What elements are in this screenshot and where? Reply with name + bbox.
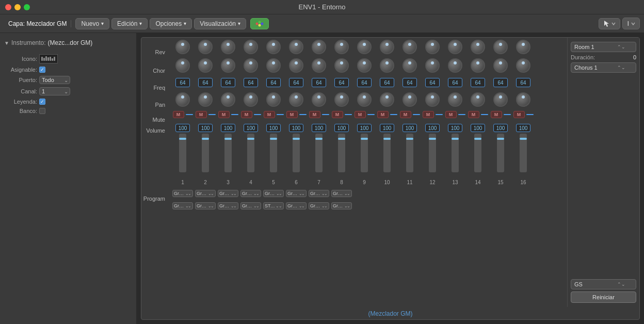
opciones-menu[interactable]: Opciones (150, 18, 192, 29)
knob[interactable] (357, 92, 372, 107)
knob[interactable] (425, 92, 440, 107)
mute-button[interactable]: M (264, 111, 275, 118)
mute-button[interactable]: M (400, 111, 411, 118)
mute-button[interactable]: M (423, 111, 434, 118)
mute-button[interactable]: M (241, 111, 252, 118)
program-select[interactable]: STA...⌄ (263, 202, 284, 209)
fader-track[interactable] (224, 134, 232, 172)
freq-display[interactable]: 64 (312, 78, 326, 87)
knob[interactable] (493, 40, 508, 54)
fader-handle[interactable] (338, 138, 345, 140)
mute-button[interactable]: M (332, 111, 343, 118)
color-tool-button[interactable] (250, 18, 269, 29)
fader-handle[interactable] (224, 138, 232, 140)
knob[interactable] (380, 92, 394, 107)
program-select[interactable]: Gran...⌄ (286, 202, 307, 209)
leyenda-checkbox[interactable]: ✓ (39, 99, 45, 105)
knob[interactable] (471, 58, 485, 73)
knob[interactable] (334, 92, 349, 107)
freq-display[interactable]: 64 (334, 78, 349, 87)
mute-button[interactable]: M (513, 111, 525, 118)
program-select[interactable]: Gran...⌄ (195, 190, 216, 197)
knob[interactable] (175, 92, 190, 107)
fader-track[interactable] (338, 134, 345, 172)
knob[interactable] (175, 40, 190, 54)
mute-button[interactable]: M (377, 111, 389, 118)
mute-button[interactable]: M (173, 111, 184, 118)
asignable-checkbox[interactable]: ✓ (39, 67, 45, 73)
freq-display[interactable]: 64 (403, 78, 417, 87)
fader-track[interactable] (429, 134, 436, 172)
program-select[interactable]: Gran...⌄ (240, 190, 261, 197)
edicion-menu[interactable]: Edición (111, 18, 148, 29)
fader-handle[interactable] (202, 138, 209, 140)
program-select[interactable]: Gran...⌄ (309, 202, 329, 209)
fader-track[interactable] (497, 134, 504, 172)
knob[interactable] (312, 92, 326, 107)
icon-preview[interactable] (39, 54, 58, 63)
freq-display[interactable]: 64 (357, 78, 372, 87)
knob[interactable] (334, 58, 349, 73)
program-select[interactable]: Gran...⌄ (286, 190, 307, 197)
knob[interactable] (198, 40, 213, 54)
knob[interactable] (289, 40, 303, 54)
knob[interactable] (266, 40, 281, 54)
fader-handle[interactable] (270, 138, 277, 140)
close-button[interactable] (5, 4, 11, 10)
knob[interactable] (312, 40, 326, 54)
fader-track[interactable] (383, 134, 391, 172)
knob[interactable] (403, 92, 417, 107)
knob[interactable] (289, 58, 303, 73)
knob[interactable] (380, 58, 394, 73)
fader-handle[interactable] (474, 138, 481, 140)
fader-handle[interactable] (293, 138, 300, 140)
knob[interactable] (266, 58, 281, 73)
banco-checkbox[interactable] (39, 108, 45, 114)
mute-button[interactable]: M (468, 111, 479, 118)
freq-display[interactable]: 64 (289, 78, 303, 87)
fader-track[interactable] (315, 134, 323, 172)
mute-button[interactable]: M (218, 111, 230, 118)
fader-track[interactable] (293, 134, 300, 172)
freq-display[interactable]: 64 (198, 78, 213, 87)
fader-track[interactable] (247, 134, 254, 172)
knob[interactable] (403, 58, 417, 73)
freq-display[interactable]: 64 (425, 78, 440, 87)
fader-track[interactable] (179, 134, 186, 172)
knob[interactable] (516, 58, 530, 73)
mute-button[interactable]: M (309, 111, 320, 118)
knob[interactable] (198, 58, 213, 73)
fader-track[interactable] (520, 134, 527, 172)
knob[interactable] (493, 58, 508, 73)
knob[interactable] (175, 58, 190, 73)
pointer-tool[interactable] (599, 18, 620, 29)
fader-track[interactable] (202, 134, 209, 172)
program-select[interactable]: Gran...⌄ (195, 202, 216, 209)
knob[interactable] (448, 92, 462, 107)
fader-handle[interactable] (361, 138, 368, 140)
fader-track[interactable] (452, 134, 459, 172)
fader-handle[interactable] (452, 138, 459, 140)
knob[interactable] (403, 40, 417, 54)
knob[interactable] (266, 92, 281, 107)
freq-display[interactable]: 64 (266, 78, 281, 87)
knob[interactable] (244, 92, 258, 107)
knob[interactable] (516, 92, 530, 107)
knob[interactable] (516, 40, 530, 54)
maximize-button[interactable] (24, 4, 30, 10)
program-select[interactable]: Gran...⌄ (218, 190, 238, 197)
knob[interactable] (425, 58, 440, 73)
knob[interactable] (380, 40, 394, 54)
puerto-select[interactable]: Todo (39, 76, 70, 84)
knob[interactable] (357, 58, 372, 73)
gs-select[interactable]: GS (571, 279, 636, 289)
text-tool[interactable]: I (622, 18, 640, 29)
room-select[interactable]: Room 1 (571, 42, 636, 52)
fader-handle[interactable] (247, 138, 254, 140)
knob[interactable] (471, 92, 485, 107)
mute-button[interactable]: M (491, 111, 502, 118)
fader-handle[interactable] (406, 138, 413, 140)
minimize-button[interactable] (14, 4, 21, 10)
knob[interactable] (244, 58, 258, 73)
mute-button[interactable]: M (196, 111, 207, 118)
